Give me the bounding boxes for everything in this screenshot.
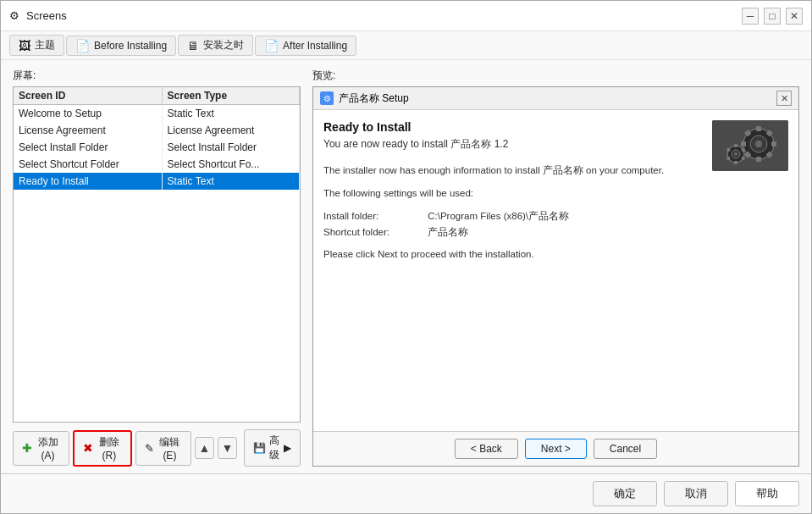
preview-footer: < Back Next > Cancel (313, 431, 798, 466)
preview-shortcut-folder: Shortcut folder: 产品名称 (323, 226, 702, 239)
preview-body-text3: Please click Next to proceed with the in… (323, 247, 702, 262)
screen-type-cell: Select Install Folder (162, 139, 299, 156)
tab-after-installing[interactable]: 📄 After Installing (255, 36, 356, 56)
preview-close-button[interactable]: ✕ (776, 91, 792, 106)
tab-theme[interactable]: 🖼 主题 (9, 35, 64, 56)
add-button[interactable]: ✚ 添加(A) (13, 431, 69, 466)
screen-type-cell: Select Shortcut Fo... (162, 156, 299, 173)
tab-before-installing[interactable]: 📄 Before Installing (66, 36, 176, 56)
preview-install-folder: Install folder: C:\Program Files (x86)\产… (323, 210, 702, 223)
table-row[interactable]: Select Shortcut FolderSelect Shortcut Fo… (14, 156, 300, 173)
screens-label: 屏幕: (13, 69, 301, 83)
tab-before-label: Before Installing (94, 40, 167, 52)
toolbar: 🖼 主题 📄 Before Installing 🖥 安装之时 📄 After … (1, 31, 811, 60)
edit-label: 编辑(E) (157, 435, 182, 461)
after-icon: 📄 (264, 39, 279, 53)
edit-icon: ✎ (145, 442, 154, 455)
back-button[interactable]: < Back (455, 439, 518, 459)
shortcut-folder-label: Shortcut folder: (323, 227, 425, 237)
edit-button[interactable]: ✎ 编辑(E) (135, 431, 191, 466)
title-bar: ⚙ Screens ─ □ ✕ (1, 1, 811, 31)
main-content: 屏幕: Screen ID Screen Type Welcome to Set… (1, 60, 811, 473)
tab-theme-label: 主题 (35, 38, 55, 53)
before-icon: 📄 (75, 39, 90, 53)
screens-table: Screen ID Screen Type Welcome to SetupSt… (13, 86, 301, 423)
col-screen-type: Screen Type (162, 87, 299, 105)
svg-rect-4 (756, 126, 761, 131)
svg-rect-15 (734, 144, 737, 147)
main-window: ⚙ Screens ─ □ ✕ 🖼 主题 📄 Before Installing… (0, 0, 812, 514)
screen-id-cell: Ready to Install (14, 173, 162, 190)
advanced-button[interactable]: 💾 高级 ▶ (244, 429, 301, 467)
preview-image-area (712, 120, 788, 421)
preview-heading: Ready to Install (323, 120, 702, 134)
right-panel: 预览: ⚙ 产品名称 Setup ✕ Ready to Install (312, 69, 799, 467)
screen-type-cell: License Agreement (162, 122, 299, 139)
left-panel: 屏幕: Screen ID Screen Type Welcome to Set… (13, 69, 301, 467)
tab-during-label: 安装之时 (203, 38, 244, 53)
gear-image (712, 120, 788, 171)
preview-window: ⚙ 产品名称 Setup ✕ Ready to Install You are … (312, 86, 799, 467)
move-down-button[interactable]: ▼ (218, 437, 237, 459)
close-button[interactable]: ✕ (786, 8, 803, 25)
install-folder-label: Install folder: (323, 211, 425, 221)
cancel-bottom-button[interactable]: 取消 (664, 481, 728, 506)
screen-id-cell: License Agreement (14, 122, 162, 139)
svg-rect-6 (771, 141, 776, 146)
add-label: 添加(A) (36, 435, 60, 461)
screen-id-cell: Select Install Folder (14, 139, 162, 156)
delete-icon: ✖ (83, 441, 93, 455)
left-toolbar: ✚ 添加(A) ✖ 删除(R) ✎ 编辑(E) ▲ ▼ 💾 (13, 429, 301, 467)
maximize-button[interactable]: □ (764, 8, 781, 25)
window-title: Screens (26, 9, 67, 22)
advanced-arrow-icon: ▶ (284, 442, 291, 454)
advanced-label: 高级 (269, 434, 280, 462)
install-folder-value: C:\Program Files (x86)\产品名称 (428, 211, 569, 221)
tab-during-installing[interactable]: 🖥 安装之时 (178, 35, 253, 56)
table-row[interactable]: License AgreementLicense Agreement (14, 122, 300, 139)
confirm-button[interactable]: 确定 (593, 481, 657, 506)
svg-rect-8 (756, 157, 761, 162)
during-icon: 🖥 (187, 39, 199, 53)
minimize-button[interactable]: ─ (742, 8, 759, 25)
move-up-button[interactable]: ▲ (195, 437, 214, 459)
screen-type-cell: Static Text (162, 173, 299, 190)
screen-type-cell: Static Text (162, 105, 299, 123)
next-button[interactable]: Next > (525, 439, 587, 459)
preview-title-left: ⚙ 产品名称 Setup (320, 91, 409, 106)
preview-body-text2: The following settings will be used: (323, 186, 702, 201)
preview-title-bar: ⚙ 产品名称 Setup ✕ (313, 87, 798, 110)
delete-label: 删除(R) (97, 435, 122, 461)
preview-body-text1: The installer now has enough information… (323, 163, 702, 178)
col-screen-id: Screen ID (14, 87, 162, 105)
window-icon: ⚙ (9, 9, 19, 22)
table-row[interactable]: Welcome to SetupStatic Text (14, 105, 300, 123)
svg-rect-10 (741, 141, 746, 146)
delete-button[interactable]: ✖ 删除(R) (73, 430, 132, 467)
svg-rect-18 (734, 161, 737, 164)
preview-app-icon: ⚙ (320, 91, 334, 105)
theme-icon: 🖼 (19, 39, 30, 53)
save-icon: 💾 (253, 442, 266, 454)
table-row[interactable]: Ready to InstallStatic Text (14, 173, 300, 190)
preview-title-text: 产品名称 Setup (339, 91, 409, 106)
svg-point-3 (755, 141, 762, 147)
title-bar-right: ─ □ ✕ (742, 8, 803, 25)
screen-id-cell: Select Shortcut Folder (14, 156, 162, 173)
bottom-toolbar: 确定 取消 帮助 (1, 473, 811, 513)
preview-body: Ready to Install You are now ready to in… (313, 110, 798, 431)
preview-content-left: Ready to Install You are now ready to in… (323, 120, 702, 421)
preview-label: 预览: (312, 69, 799, 83)
help-button[interactable]: 帮助 (735, 481, 799, 506)
screen-id-cell: Welcome to Setup (14, 105, 162, 123)
preview-subtitle: You are now ready to install 产品名称 1.2 (323, 137, 702, 152)
add-icon: ✚ (22, 441, 32, 455)
panels-row: 屏幕: Screen ID Screen Type Welcome to Set… (13, 69, 799, 467)
svg-point-14 (734, 152, 737, 156)
title-bar-left: ⚙ Screens (9, 9, 67, 22)
cancel-button[interactable]: Cancel (594, 439, 657, 459)
shortcut-folder-value: 产品名称 (428, 227, 468, 237)
tab-after-label: After Installing (283, 40, 347, 52)
table-row[interactable]: Select Install FolderSelect Install Fold… (14, 139, 300, 156)
